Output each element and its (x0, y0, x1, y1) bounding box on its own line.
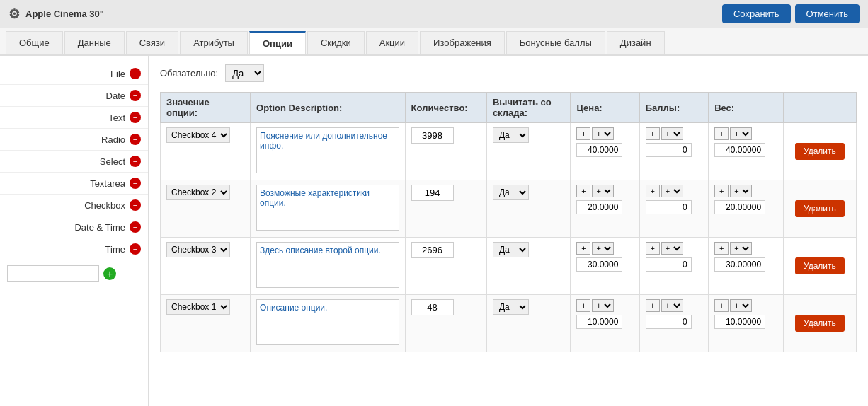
subtract-select-0[interactable]: Да Нет (493, 127, 529, 143)
tab-dizajn[interactable]: Дизайн (607, 31, 665, 54)
remove-text-icon[interactable]: − (130, 112, 141, 123)
delete-button-2[interactable]: Удалить (795, 257, 845, 274)
weight-input-2[interactable] (714, 257, 765, 272)
weight-plus-btn-0[interactable]: + (714, 127, 729, 140)
cell-quantity-0 (405, 123, 486, 180)
weight-input-0[interactable] (714, 143, 765, 157)
sidebar-item-checkbox: Checkbox − (0, 195, 148, 216)
description-textarea-1[interactable]: Возможные характеристики опции. (256, 185, 399, 231)
add-option-icon[interactable]: + (103, 267, 116, 280)
quantity-input-2[interactable] (411, 242, 454, 258)
remove-select-icon[interactable]: − (130, 156, 141, 167)
points-plusminus-0: + +- (646, 127, 702, 140)
price-input-2[interactable] (576, 257, 622, 272)
subtract-select-1[interactable]: Да Нет (493, 185, 529, 200)
save-button[interactable]: Сохранить (722, 4, 791, 23)
price-plus-btn-0[interactable]: + (576, 127, 590, 140)
tab-opcii[interactable]: Опции (249, 31, 306, 54)
cell-price-3: + +- (571, 295, 639, 352)
points-type-select-1[interactable]: +- (661, 185, 683, 197)
remove-file-icon[interactable]: − (130, 68, 141, 79)
price-input-3[interactable] (576, 315, 622, 329)
price-type-select-2[interactable]: +- (592, 242, 614, 255)
quantity-input-3[interactable] (411, 299, 454, 315)
points-plus-btn-2[interactable]: + (646, 242, 660, 255)
quantity-input-0[interactable] (411, 127, 454, 144)
option-value-select-3[interactable]: Checkbox 1 (166, 299, 230, 315)
remove-radio-icon[interactable]: − (130, 134, 141, 145)
tab-obshie[interactable]: Общие (6, 31, 63, 54)
points-plus-btn-0[interactable]: + (646, 127, 660, 140)
price-type-select-1[interactable]: +- (592, 185, 614, 197)
cell-points-2: + +- (639, 238, 708, 295)
points-plus-btn-1[interactable]: + (646, 185, 660, 197)
weight-plus-btn-3[interactable]: + (714, 299, 729, 312)
points-input-2[interactable] (646, 257, 692, 272)
cell-weight-3: + +- (709, 295, 784, 352)
tab-skidki[interactable]: Скидки (307, 31, 365, 54)
weight-plus-btn-2[interactable]: + (714, 242, 729, 255)
subtract-select-3[interactable]: Да Нет (493, 299, 529, 315)
option-value-select-0[interactable]: Checkbox 4 (166, 127, 230, 143)
weight-type-select-3[interactable]: +- (730, 299, 752, 312)
price-plus-btn-3[interactable]: + (576, 299, 590, 312)
price-input-0[interactable] (576, 143, 622, 157)
sidebar-label-radio: Radio (101, 134, 125, 145)
cell-points-1: + +- (639, 180, 708, 238)
option-value-select-1[interactable]: Checkbox 2 (166, 185, 230, 200)
description-textarea-2[interactable]: Здесь описание второй опции. (256, 242, 399, 288)
required-select[interactable]: Да Нет (225, 64, 264, 82)
points-type-select-3[interactable]: +- (661, 299, 683, 312)
page-title: Apple Cinema 30" (25, 8, 104, 19)
sidebar-item-text: Text − (0, 107, 148, 129)
remove-textarea-icon[interactable]: − (130, 178, 141, 189)
price-plus-btn-1[interactable]: + (576, 185, 590, 197)
sidebar-item-date: Date − (0, 85, 148, 107)
weight-plus-btn-1[interactable]: + (714, 185, 729, 197)
sidebar-add-input[interactable] (7, 265, 99, 282)
quantity-input-1[interactable] (411, 185, 454, 201)
price-type-select-3[interactable]: +- (592, 299, 614, 312)
price-input-1[interactable] (576, 200, 622, 214)
tab-bonusnye-bally[interactable]: Бонусные баллы (506, 31, 605, 54)
col-description: Option Description: (251, 93, 406, 123)
weight-type-select-0[interactable]: +- (730, 127, 752, 140)
col-price: Цена: (571, 93, 639, 123)
description-textarea-3[interactable]: Описание опции. (256, 299, 399, 345)
cell-points-0: + +- (639, 123, 708, 180)
sidebar-label-select: Select (100, 156, 125, 167)
tab-izobrazheniya[interactable]: Изображения (420, 31, 505, 54)
remove-datetime-icon[interactable]: − (130, 221, 141, 233)
points-type-select-0[interactable]: +- (661, 127, 683, 140)
remove-checkbox-icon[interactable]: − (130, 199, 141, 211)
tab-svyazi[interactable]: Связи (126, 31, 178, 54)
points-input-3[interactable] (646, 315, 692, 329)
remove-date-icon[interactable]: − (130, 90, 141, 101)
price-type-select-0[interactable]: +- (592, 127, 614, 140)
tab-dannye[interactable]: Данные (64, 31, 125, 54)
weight-input-1[interactable] (714, 200, 765, 214)
points-input-0[interactable] (646, 143, 692, 157)
cell-subtract-3: Да Нет (486, 295, 571, 352)
weight-type-select-1[interactable]: +- (730, 185, 752, 197)
cell-price-1: + +- (571, 180, 639, 238)
weight-input-3[interactable] (714, 315, 765, 329)
tab-atributy[interactable]: Атрибуты (180, 31, 248, 54)
col-quantity: Количество: (405, 93, 486, 123)
description-textarea-0[interactable]: Пояснение или дополнительное инфо. (256, 127, 399, 173)
price-plus-btn-2[interactable]: + (576, 242, 590, 255)
weight-type-select-2[interactable]: +- (730, 242, 752, 255)
option-value-select-2[interactable]: Checkbox 3 (166, 242, 230, 257)
subtract-select-2[interactable]: Да Нет (493, 242, 529, 257)
points-type-select-2[interactable]: +- (661, 242, 683, 255)
points-input-1[interactable] (646, 200, 692, 214)
tab-akcii[interactable]: Акции (366, 31, 418, 54)
delete-button-1[interactable]: Удалить (795, 200, 845, 217)
sidebar-item-file: File − (0, 63, 148, 85)
cell-weight-2: + +- (709, 238, 784, 295)
points-plus-btn-3[interactable]: + (646, 299, 660, 312)
remove-time-icon[interactable]: − (130, 243, 141, 255)
delete-button-3[interactable]: Удалить (795, 315, 845, 332)
cancel-button[interactable]: Отменить (795, 4, 860, 23)
delete-button-0[interactable]: Удалить (795, 143, 845, 160)
